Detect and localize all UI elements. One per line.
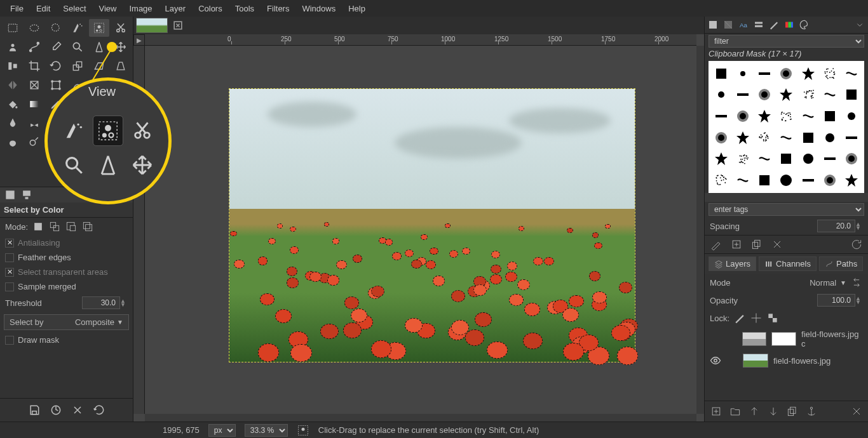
brush-tags-select[interactable]: enter tags: [709, 203, 864, 216]
lock-pixels-icon[interactable]: [733, 312, 746, 324]
tool-cage[interactable]: [24, 76, 44, 94]
select-by-value[interactable]: Composite: [75, 317, 114, 327]
menu-view[interactable]: View: [93, 1, 123, 16]
canvas-viewport[interactable]: ▶ 025050075010001250150017502000: [133, 34, 704, 421]
bg-color[interactable]: [70, 173, 85, 184]
mode-switch-icon[interactable]: [850, 276, 863, 289]
tool-options-tab-icon[interactable]: [4, 189, 17, 201]
save-preset-icon[interactable]: [28, 404, 41, 416]
tool-free-select[interactable]: [46, 19, 66, 37]
menu-windows[interactable]: Windows: [295, 1, 342, 16]
opacity-value[interactable]: 100.0: [817, 294, 855, 307]
tool-foreground-select[interactable]: [3, 38, 23, 56]
lock-alpha-icon[interactable]: [766, 312, 779, 324]
gradients-tab-icon[interactable]: [783, 19, 795, 30]
layer-row[interactable]: field-flowers.jpg: [705, 351, 868, 370]
tool-scale[interactable]: [67, 57, 88, 75]
mode-subtract-icon[interactable]: [65, 220, 78, 233]
menu-image[interactable]: Image: [123, 1, 158, 16]
ruler-origin[interactable]: ▶: [133, 34, 145, 46]
threshold-spinner[interactable]: ▲▼: [120, 299, 128, 307]
tool-shear[interactable]: [89, 57, 109, 75]
tool-rotate[interactable]: [46, 57, 66, 75]
canvas-image[interactable]: [229, 88, 635, 362]
tab-paths[interactable]: Paths: [819, 256, 863, 271]
tool-crop[interactable]: [24, 57, 44, 75]
menu-file[interactable]: File: [4, 1, 30, 16]
tool-select-by-color[interactable]: [89, 19, 109, 37]
dock-menu-right-icon[interactable]: [854, 19, 865, 30]
feather-check[interactable]: [5, 253, 14, 262]
refresh-brush-icon[interactable]: [850, 238, 863, 251]
mode-add-icon[interactable]: [48, 220, 61, 233]
scrollbar-vertical[interactable]: [696, 46, 704, 414]
tool-align[interactable]: [3, 57, 23, 75]
anchor-layer-icon[interactable]: [805, 405, 818, 418]
tool-paths[interactable]: [24, 38, 44, 56]
scrollbar-horizontal[interactable]: [145, 414, 696, 421]
transparent-check[interactable]: ✕: [5, 268, 14, 277]
brush-grid[interactable]: [709, 61, 864, 193]
tool-dodge-burn[interactable]: [24, 133, 44, 151]
layer-mode-value[interactable]: Normal: [810, 278, 836, 288]
tool-zoom[interactable]: [67, 38, 88, 56]
tab-layers[interactable]: Layers: [709, 256, 756, 271]
color-swatch[interactable]: [48, 159, 85, 184]
status-unit-select[interactable]: px: [208, 424, 236, 437]
chevron-down-icon[interactable]: ▼: [117, 319, 123, 326]
layer-name[interactable]: field-flowers.jpg: [773, 356, 831, 366]
mode-chevron-icon[interactable]: ▼: [840, 279, 846, 286]
tool-fuzzy-select[interactable]: [67, 19, 88, 37]
threshold-value[interactable]: 30.0: [82, 296, 120, 309]
patterns-tab-icon[interactable]: [722, 19, 734, 30]
tool-color-picker[interactable]: [46, 38, 66, 56]
edit-brush-icon[interactable]: [710, 238, 722, 251]
tool-rect-select[interactable]: [3, 19, 23, 37]
tool-blur[interactable]: [111, 114, 131, 132]
dup-layer-icon[interactable]: [786, 405, 799, 418]
spacing-value[interactable]: 20.0: [817, 220, 855, 232]
tool-airbrush[interactable]: [111, 95, 131, 113]
paint-dyn-tab-icon[interactable]: [768, 19, 780, 30]
spacing-spinner[interactable]: ▲▼: [855, 222, 863, 230]
delete-preset-icon[interactable]: [71, 404, 84, 416]
raise-layer-icon[interactable]: [748, 405, 761, 418]
restore-preset-icon[interactable]: [50, 404, 62, 416]
draw-mask-check[interactable]: [5, 336, 14, 345]
menu-filters[interactable]: Filters: [261, 1, 295, 16]
tool-pencil[interactable]: [46, 95, 66, 113]
tool-ink[interactable]: [3, 114, 23, 132]
fonts-tab-icon[interactable]: Aa: [738, 19, 749, 30]
menu-layer[interactable]: Layer: [159, 1, 193, 16]
tool-scissors[interactable]: [111, 19, 131, 37]
dup-brush-icon[interactable]: [750, 238, 763, 251]
layer-row[interactable]: field-flowers.jpg c: [705, 327, 868, 351]
del-brush-icon[interactable]: [771, 238, 783, 251]
mode-replace-icon[interactable]: [32, 220, 44, 233]
tool-measure[interactable]: [89, 38, 109, 56]
tool-unified-transform[interactable]: [46, 76, 66, 94]
fg-color[interactable]: [55, 159, 78, 174]
lock-position-icon[interactable]: [750, 312, 763, 324]
reset-preset-icon[interactable]: [93, 404, 105, 416]
eye-icon[interactable]: [710, 355, 721, 366]
tool-perspective[interactable]: [111, 57, 131, 75]
tool-gradient[interactable]: [24, 95, 44, 113]
new-brush-icon[interactable]: [730, 238, 743, 251]
ruler-horizontal[interactable]: 025050075010001250150017502000: [145, 34, 696, 46]
layer-name[interactable]: field-flowers.jpg c: [801, 329, 863, 348]
tool-mypaint[interactable]: [24, 114, 44, 132]
image-tab-thumb[interactable]: [136, 18, 168, 33]
status-zoom-select[interactable]: 33.3 %: [245, 424, 288, 437]
menu-colors[interactable]: Colors: [192, 1, 229, 16]
tab-channels[interactable]: Channels: [759, 256, 817, 271]
tool-perspective-clone[interactable]: [89, 114, 109, 132]
opacity-spinner[interactable]: ▲▼: [855, 296, 863, 304]
antialiasing-check[interactable]: ✕: [5, 239, 14, 248]
tool-ellipse-select[interactable]: [24, 19, 44, 37]
tool-eraser[interactable]: [89, 95, 109, 113]
tool-smudge[interactable]: [3, 133, 23, 151]
brush-filter-select[interactable]: filter: [709, 35, 864, 48]
lower-layer-icon[interactable]: [767, 405, 780, 418]
close-tab-icon[interactable]: [172, 19, 184, 32]
